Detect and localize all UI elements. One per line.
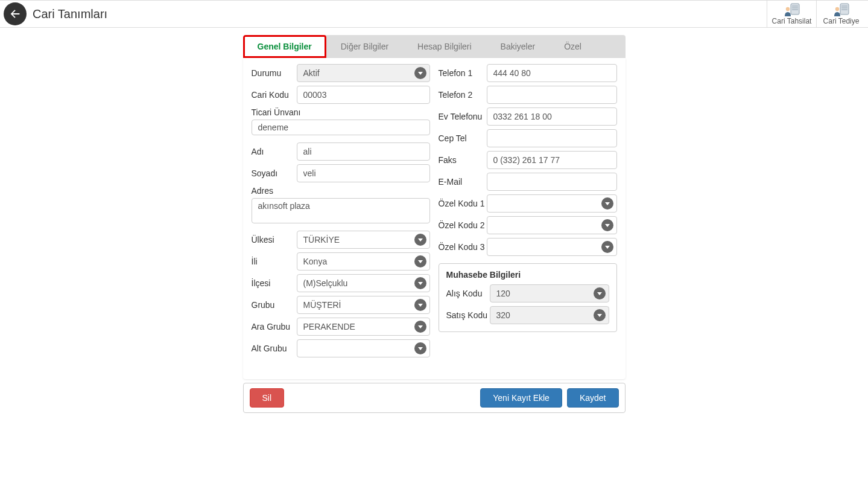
chevron-down-icon: [414, 234, 426, 246]
ev-telefonu-input[interactable]: [487, 107, 617, 126]
durumu-value: Aktif: [303, 68, 320, 78]
ticari-unvani-input[interactable]: [252, 120, 430, 135]
ili-value: Konya: [303, 257, 328, 266]
ara-grubu-value: PERAKENDE: [303, 322, 355, 331]
chevron-down-icon: [601, 219, 613, 231]
ev-telefonu-label: Ev Telefonu: [439, 112, 487, 121]
chevron-down-icon: [594, 287, 606, 299]
main-container: Genel Bilgiler Diğer Bilgiler Hesap Bilg…: [243, 35, 626, 413]
telefon2-input[interactable]: [487, 86, 617, 104]
muhasebe-bilgileri-box: Muhasebe Bilgileri Alış Kodu 120 Satış K…: [439, 263, 617, 332]
email-label: E-Mail: [439, 177, 487, 187]
sil-button[interactable]: Sil: [250, 388, 285, 408]
cari-tahsilat-button[interactable]: Cari Tahsilat: [767, 1, 816, 27]
tab-diger-bilgiler[interactable]: Diğer Bilgiler: [326, 35, 403, 58]
alis-kodu-value: 120: [496, 289, 510, 298]
ozel-kodu-2-select[interactable]: [487, 216, 617, 234]
form-panel: Durumu Aktif Cari Kodu Ticari Ünvanı Adı…: [243, 58, 626, 379]
right-column: Telefon 1 Telefon 2 Ev Telefonu Cep Tel …: [439, 64, 617, 361]
chevron-down-icon: [601, 241, 613, 253]
email-input[interactable]: [487, 173, 617, 191]
ticari-unvani-label: Ticari Ünvanı: [252, 107, 430, 117]
left-column: Durumu Aktif Cari Kodu Ticari Ünvanı Adı…: [252, 64, 430, 361]
ulkesi-value: TÜRKİYE: [303, 235, 340, 245]
cari-kodu-input[interactable]: [297, 86, 430, 104]
kaydet-button[interactable]: Kaydet: [567, 388, 619, 408]
footer-right: Yeni Kayıt Ekle Kaydet: [480, 388, 618, 408]
soyadi-label: Soyadı: [252, 168, 297, 178]
cep-tel-label: Cep Tel: [439, 133, 487, 143]
adi-input[interactable]: [297, 142, 430, 161]
svg-point-9: [835, 7, 838, 10]
ozel-kodu-3-label: Özel Kodu 3: [439, 242, 487, 252]
header-left: Cari Tanımları: [2, 2, 107, 25]
faks-label: Faks: [439, 155, 487, 165]
adi-label: Adı: [252, 147, 297, 156]
tab-genel-bilgiler[interactable]: Genel Bilgiler: [243, 35, 326, 58]
tab-bakiyeler[interactable]: Bakiyeler: [486, 35, 550, 58]
chevron-down-icon: [594, 309, 606, 321]
satis-kodu-select[interactable]: 320: [490, 306, 609, 324]
cari-kodu-label: Cari Kodu: [252, 90, 297, 100]
tab-hesap-bilgileri[interactable]: Hesap Bilgileri: [403, 35, 486, 58]
telefon1-label: Telefon 1: [439, 68, 487, 78]
tab-ozel[interactable]: Özel: [550, 35, 596, 58]
ozel-kodu-2-label: Özel Kodu 2: [439, 220, 487, 230]
alis-kodu-select[interactable]: 120: [490, 284, 609, 302]
back-button[interactable]: [4, 2, 27, 25]
ilcesi-select[interactable]: (M)Selçuklu: [297, 274, 430, 292]
faks-input[interactable]: [487, 151, 617, 169]
chevron-down-icon: [414, 277, 426, 289]
cep-tel-input[interactable]: [487, 129, 617, 147]
chevron-down-icon: [414, 342, 426, 354]
back-arrow-icon: [8, 7, 22, 21]
telefon2-label: Telefon 2: [439, 90, 487, 100]
alt-grubu-select[interactable]: [297, 339, 430, 357]
ara-grubu-select[interactable]: PERAKENDE: [297, 318, 430, 336]
satis-kodu-value: 320: [496, 310, 510, 320]
cari-tahsilat-label: Cari Tahsilat: [772, 17, 812, 25]
grubu-label: Grubu: [252, 300, 297, 310]
svg-rect-5: [840, 4, 849, 14]
page-title: Cari Tanımları: [33, 7, 107, 21]
header-right: Cari Tahsilat Cari Tediye: [767, 1, 866, 27]
ilcesi-value: (M)Selçuklu: [303, 278, 348, 288]
svg-rect-0: [791, 4, 799, 14]
svg-point-4: [785, 7, 789, 10]
ili-label: İli: [252, 257, 297, 266]
telefon1-input[interactable]: [487, 64, 617, 82]
ozel-kodu-1-select[interactable]: [487, 194, 617, 213]
header: Cari Tanımları Cari Tahsilat: [0, 0, 868, 28]
chevron-down-icon: [414, 255, 426, 267]
alt-grubu-label: Alt Grubu: [252, 344, 297, 353]
footer-bar: Sil Yeni Kayıt Ekle Kaydet: [243, 383, 626, 413]
muhasebe-bilgileri-title: Muhasebe Bilgileri: [446, 270, 609, 280]
adres-label: Adres: [252, 186, 430, 196]
tab-bar: Genel Bilgiler Diğer Bilgiler Hesap Bilg…: [243, 35, 626, 58]
ulkesi-select[interactable]: TÜRKİYE: [297, 231, 430, 249]
ili-select[interactable]: Konya: [297, 252, 430, 270]
grubu-select[interactable]: MÜŞTERİ: [297, 296, 430, 314]
grubu-value: MÜŞTERİ: [303, 300, 341, 310]
chevron-down-icon: [414, 67, 426, 79]
durumu-label: Durumu: [252, 68, 297, 78]
durumu-select[interactable]: Aktif: [297, 64, 430, 82]
ilcesi-label: İlçesi: [252, 278, 297, 288]
chevron-down-icon: [601, 197, 613, 210]
yeni-kayit-ekle-button[interactable]: Yeni Kayıt Ekle: [480, 388, 562, 408]
cari-tediye-label: Cari Tediye: [823, 17, 860, 25]
ulkesi-label: Ülkesi: [252, 235, 297, 245]
ozel-kodu-3-select[interactable]: [487, 238, 617, 256]
soyadi-input[interactable]: [297, 164, 430, 182]
user-doc-icon: [784, 3, 800, 16]
alis-kodu-label: Alış Kodu: [446, 289, 490, 298]
user-doc-icon: [834, 3, 849, 16]
chevron-down-icon: [414, 299, 426, 311]
adres-textarea[interactable]: [252, 198, 430, 223]
satis-kodu-label: Satış Kodu: [446, 310, 490, 320]
ozel-kodu-1-label: Özel Kodu 1: [439, 199, 487, 208]
cari-tediye-button[interactable]: Cari Tediye: [816, 1, 866, 27]
chevron-down-icon: [414, 321, 426, 333]
ara-grubu-label: Ara Grubu: [252, 322, 297, 331]
